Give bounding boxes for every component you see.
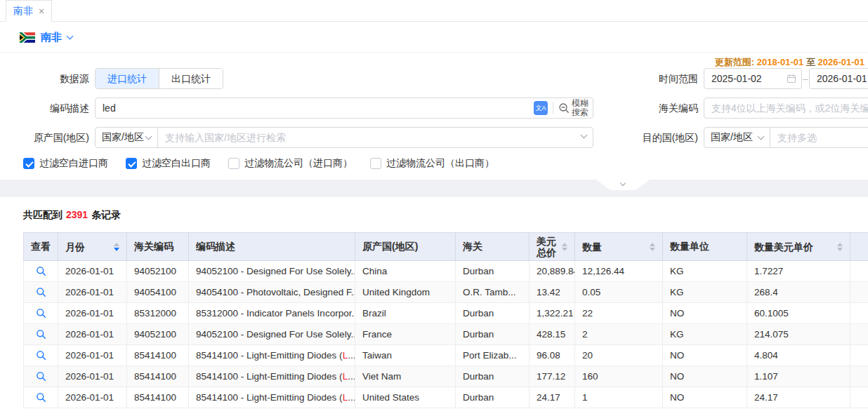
column-header-customs: 海关 (456, 233, 530, 261)
cell-month: 2026-01-01 (58, 261, 127, 282)
tab-south-africa[interactable]: 南非 × (6, 0, 52, 22)
cell-origin: Taiwan (355, 345, 456, 366)
view-row-button[interactable] (24, 387, 58, 408)
table-row: 2026-01-01 94052100 94052100 - Designed … (24, 261, 868, 282)
cell-desc: 85414100 - Light-Emitting Diodes (L... (189, 345, 355, 366)
cell-unit: NO (663, 345, 747, 366)
filter-checkbox[interactable]: 过滤物流公司（进口商） (228, 157, 353, 170)
cell-hs-code: 85414100 (127, 366, 189, 387)
view-row-button[interactable] (24, 303, 58, 323)
country-name[interactable]: 南非 (41, 31, 62, 44)
fuzzy-search-button[interactable]: 模糊搜索 (558, 99, 593, 117)
cell-customs: Durban (456, 324, 530, 345)
column-header-hs-code: 海关编码 (127, 233, 189, 261)
cell-qty: 0.05 (575, 282, 663, 303)
filter-checkbox-row: 过滤空白进口商 过滤空白出口商 过滤物流公司（进口商） 过滤物流公司（出口商） (23, 157, 494, 170)
table-header-row: 查看 月份 海关编码 编码描述 原产国(地区) 海关 美元总价 数量 (24, 233, 868, 261)
sort-icon[interactable] (650, 243, 655, 251)
chevron-down-icon (620, 180, 626, 186)
cell-origin: France (355, 324, 456, 345)
cell-customs: Durban (456, 303, 530, 324)
destination-country-select[interactable]: 国家/地区 (704, 127, 770, 148)
collapse-band (0, 180, 868, 197)
cell-month: 2026-01-01 (58, 282, 127, 303)
column-header-unit-price[interactable]: 数量美元单价 (747, 233, 850, 261)
view-row-button[interactable] (24, 282, 58, 302)
magnifier-icon (36, 392, 46, 403)
update-range-to: 至 (806, 57, 815, 67)
destination-country-search (770, 127, 868, 148)
column-header-qty[interactable]: 数量 (575, 233, 663, 261)
column-header-month[interactable]: 月份 (58, 233, 127, 261)
cell-desc: 85312000 - Indicator Panels Incorpor... (189, 303, 355, 324)
column-header-total-usd[interactable]: 美元总价 (530, 233, 575, 261)
cell-desc: 94052100 - Designed For Use Solely... (189, 261, 355, 282)
time-range-label: 时间范围 (604, 68, 698, 89)
cell-view (24, 303, 58, 324)
table-row: 2026-01-01 85312000 85312000 - Indicator… (24, 303, 868, 324)
customs-code-field (704, 98, 868, 119)
table-row: 2026-01-01 94054100 94054100 - Photovolt… (24, 282, 868, 303)
cell-unit-price: 1.7227 (747, 261, 850, 282)
fuzzy-search-label: 模糊搜索 (572, 99, 588, 117)
cell-total-usd: 20,889.84 (530, 261, 575, 282)
data-source-option[interactable]: 出口统计 (159, 69, 223, 88)
magnifier-icon (36, 329, 46, 340)
magnifier-icon (36, 287, 46, 297)
sort-icon[interactable] (837, 243, 843, 251)
column-header-extra (850, 233, 868, 261)
filter-checkbox[interactable]: 过滤物流公司（出口商） (370, 157, 494, 170)
data-source-option[interactable]: 进口统计 (96, 69, 159, 88)
cell-view (24, 282, 58, 303)
cell-extra (850, 324, 868, 345)
cell-hs-code: 94052100 (127, 324, 189, 345)
filter-checkbox[interactable]: 过滤空白出口商 (126, 157, 211, 170)
date-end-input[interactable] (809, 68, 868, 89)
cell-hs-code: 94054100 (127, 282, 189, 303)
cell-origin: China (355, 261, 456, 282)
cell-customs: O.R. Tamb... (456, 282, 530, 303)
results-panel: 共匹配到2391条记录 查看 月份 海关编码 编码描述 原产国(地区) (0, 197, 868, 409)
origin-country-input[interactable] (157, 127, 593, 148)
view-row-button[interactable] (24, 366, 58, 387)
filter-panel: 更新范围: 2018-01-01 至 2026-01-01 数据源 进口统计 出… (0, 53, 868, 180)
app-screen: 南非 × 南非 更新范围: 2018-01-01 至 2026-01-01 数据… (0, 0, 868, 409)
cell-customs: Durban (456, 387, 530, 408)
column-header-desc: 编码描述 (189, 233, 355, 261)
origin-country-label: 原产国(地区) (0, 127, 89, 148)
filter-checkbox[interactable]: 过滤空白进口商 (23, 157, 108, 170)
chevron-down-icon (145, 133, 152, 140)
cell-qty: 20 (575, 345, 663, 366)
view-row-button[interactable] (24, 261, 58, 281)
view-row-button[interactable] (24, 324, 58, 344)
cell-extra (850, 366, 868, 387)
cell-customs: Durban (456, 366, 530, 387)
collapse-panel-button[interactable] (596, 180, 650, 190)
code-desc-label: 编码描述 (0, 98, 89, 119)
chevron-down-icon[interactable] (67, 32, 74, 39)
calendar-icon[interactable] (787, 74, 796, 83)
tab-close-icon[interactable]: × (39, 6, 44, 16)
sort-icon[interactable] (562, 243, 567, 251)
cell-view (24, 261, 58, 282)
customs-code-input[interactable] (704, 98, 868, 119)
cell-total-usd: 96.08 (530, 345, 575, 366)
cell-unit: KG (663, 261, 747, 282)
cell-extra (850, 345, 868, 366)
cell-month: 2026-01-01 (58, 345, 127, 366)
cell-total-usd: 1,322.21 (530, 303, 575, 324)
cell-hs-code: 85414100 (127, 345, 189, 366)
sort-icon[interactable] (114, 243, 119, 251)
destination-country-input[interactable] (770, 127, 868, 148)
data-source-segmented: 进口统计 出口统计 (95, 68, 223, 89)
cell-view (24, 366, 58, 387)
cell-unit-price: 1.107 (747, 366, 850, 387)
magnifier-icon (36, 308, 46, 319)
view-row-button[interactable] (24, 345, 58, 366)
origin-country-select[interactable]: 国家/地区 (95, 127, 158, 148)
date-range-separator: – (803, 68, 808, 89)
update-range-end: 2026-01-01 (818, 57, 865, 67)
code-desc-input[interactable] (96, 98, 534, 118)
date-end-field (809, 68, 868, 89)
translate-icon[interactable]: 文A (534, 101, 548, 115)
